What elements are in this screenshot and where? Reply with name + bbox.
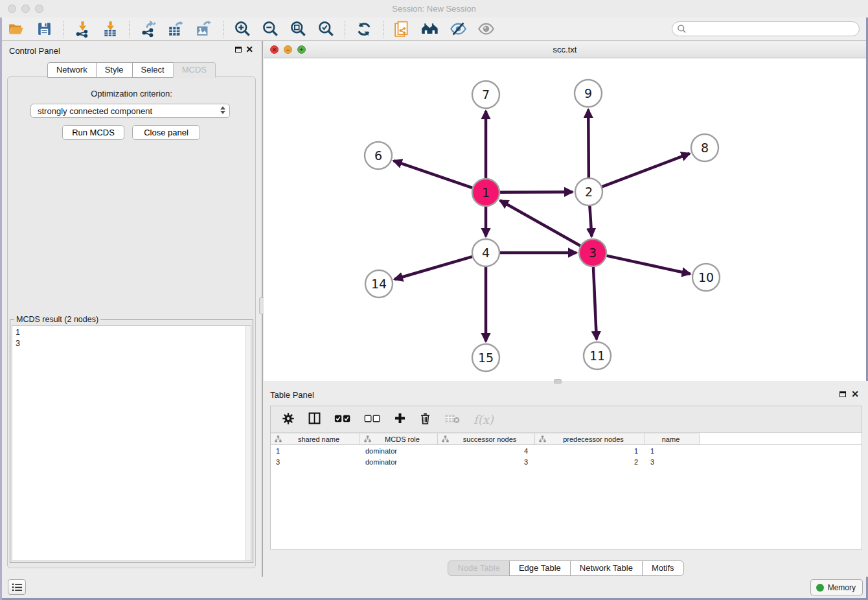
close-panel-icon[interactable]: ✕ [851,389,859,399]
column-header-MCDS-role[interactable]: MCDS role [360,433,438,444]
show-all-button[interactable] [477,20,495,38]
tab-select[interactable]: Select [132,62,174,78]
node-label: 4 [482,246,490,260]
search-input[interactable] [672,21,860,36]
tab-mcds[interactable]: MCDS [173,62,216,78]
network-title: scc.txt [264,45,866,54]
close-panel-button[interactable]: Close panel [132,125,200,140]
save-session-button[interactable] [35,20,53,38]
task-history-button[interactable] [8,579,26,595]
table-tabs: Node TableEdge TableNetwork TableMotifs [264,560,868,576]
table-settings-button[interactable] [282,412,295,427]
graph-node-4[interactable]: 4 [472,239,499,266]
function-builder-button[interactable]: f(x) [474,413,494,426]
graph-node-15[interactable]: 15 [472,344,499,371]
table-cell[interactable]: 1 [645,447,700,455]
column-header-shared-name[interactable]: shared name [271,433,360,444]
export-network-button[interactable] [139,20,157,38]
memory-button[interactable]: Memory [810,579,863,595]
graph-node-7[interactable]: 7 [472,81,499,108]
mcds-result-area[interactable]: 1 3 [12,325,251,561]
close-panel-icon[interactable]: ✕ [246,44,253,54]
zoom-in-button[interactable] [233,20,251,38]
network-window: ✕ − + scc.txt 7968124314101511 [264,41,866,381]
table-cell[interactable]: 3 [438,458,535,466]
toolbar-separator [223,21,223,38]
table-row[interactable]: 1dominator411 [271,445,862,456]
result-scrollbar[interactable] [245,326,251,560]
mcds-result-text: 1 3 [12,326,244,560]
graph-node-11[interactable]: 11 [584,342,611,369]
tab-node-table[interactable]: Node Table [448,560,510,576]
table-cell[interactable]: 3 [271,458,360,466]
graph-edge-4-14[interactable] [394,257,472,279]
graph-edge-2-8[interactable] [602,154,690,187]
tab-network-table[interactable]: Network Table [570,560,643,576]
hide-selection-button[interactable] [449,20,467,38]
column-header-successor-nodes[interactable]: successor nodes [438,433,535,444]
new-network-button[interactable] [393,20,411,38]
tab-motifs[interactable]: Motifs [642,560,684,576]
zoom-selected-button[interactable] [317,20,335,38]
table-row[interactable]: 3dominator323 [271,456,862,467]
float-panel-icon[interactable] [839,391,846,397]
column-label: successor nodes [451,435,534,443]
graph-edge-2-9[interactable] [588,110,589,178]
graph-node-1[interactable]: 1 [472,179,499,206]
export-image-button[interactable] [195,20,213,38]
control-panel-title: Control Panel [9,46,60,56]
table-cell[interactable]: 1 [535,447,645,455]
network-canvas[interactable]: 7968124314101511 [264,58,866,381]
zoom-fit-button[interactable] [289,20,307,38]
gear-icon [282,412,295,425]
table-cell[interactable]: 4 [438,447,535,455]
column-header-predecessor-nodes[interactable]: predecessor nodes [535,433,645,444]
tab-edge-table[interactable]: Edge Table [509,560,571,576]
criterion-select[interactable]: strongly connected component [30,104,230,118]
table-cell[interactable]: 3 [645,458,700,466]
table-cell[interactable]: dominator [360,458,438,466]
graph-edge-3-11[interactable] [593,267,597,340]
apply-layout-button[interactable] [355,20,373,38]
graph-node-14[interactable]: 14 [365,270,393,297]
deselect-all-button[interactable] [364,414,381,425]
eye-slash-icon [450,20,467,38]
add-row-button[interactable] [394,412,406,426]
import-table-button[interactable] [101,20,119,38]
table-cell[interactable]: dominator [360,447,438,455]
graph-node-8[interactable]: 8 [691,134,718,161]
table-cell[interactable]: 2 [535,458,645,466]
float-panel-icon[interactable] [235,47,242,52]
graph-node-6[interactable]: 6 [365,142,392,169]
control-panel-tabs: NetworkStyleSelectMCDS [2,62,261,78]
show-columns-button[interactable] [308,411,321,427]
graph-edge-3-1[interactable] [500,200,580,246]
zoom-out-button[interactable] [261,20,279,38]
graph-node-2[interactable]: 2 [575,178,602,205]
import-table-icon [102,21,119,38]
table-cell[interactable]: 1 [271,447,360,455]
graph-node-10[interactable]: 10 [692,264,720,291]
graph-node-3[interactable]: 3 [579,239,606,266]
select-all-button[interactable] [334,414,351,425]
column-header-name[interactable]: name [645,433,700,444]
graph-edge-3-10[interactable] [606,256,690,274]
delete-row-button[interactable] [419,412,431,427]
tab-style[interactable]: Style [96,62,133,78]
graph-edge-2-3[interactable] [589,206,591,237]
first-neighbors-button[interactable] [421,20,439,38]
graph-edge-1-6[interactable] [394,161,473,188]
delete-table-button[interactable] [444,413,461,426]
open-session-button[interactable] [7,20,25,38]
graph-node-9[interactable]: 9 [575,80,602,107]
graph-edge-1-2[interactable] [500,192,573,192]
zoom-selected-icon [317,20,335,38]
run-mcds-button[interactable]: Run MCDS [62,125,124,140]
trash-icon [419,412,431,425]
splitter-grip[interactable] [554,379,562,384]
export-table-button[interactable] [167,20,185,38]
checked-boxes-icon [334,414,351,423]
import-network-button[interactable] [73,20,91,38]
refresh-icon [356,21,372,38]
tab-network[interactable]: Network [47,62,97,78]
